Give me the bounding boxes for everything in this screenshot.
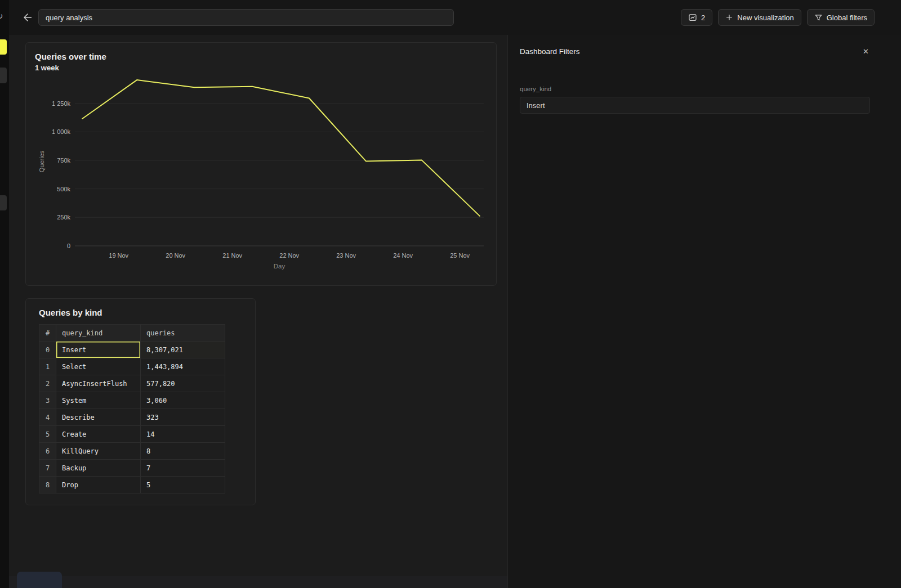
refresh-icon[interactable]: ↻ — [0, 11, 3, 21]
table-row: 8Drop5 — [39, 477, 225, 493]
table-row: 7Backup7 — [39, 460, 225, 477]
table-cell[interactable]: Create — [56, 426, 141, 443]
sidebar-item-3[interactable] — [0, 195, 7, 210]
funnel-icon — [814, 14, 823, 22]
y-tick-label: 750k — [57, 157, 70, 164]
row-index: 3 — [39, 392, 56, 409]
chart-frame-icon — [688, 13, 697, 22]
back-button[interactable] — [20, 10, 35, 25]
dashboard-title-input[interactable] — [38, 9, 454, 26]
table-cell[interactable]: KillQuery — [56, 443, 141, 460]
table-cell[interactable]: 577,820 — [141, 375, 225, 392]
bottom-band — [9, 576, 507, 588]
table-row: 2AsyncInsertFlush577,820 — [39, 375, 225, 392]
y-tick-label: 1 250k — [52, 100, 71, 107]
global-filters-label: Global filters — [827, 14, 867, 22]
filters-panel-header: Dashboard Filters ✕ — [520, 47, 870, 56]
table-cell[interactable]: Describe — [56, 409, 141, 426]
row-index: 7 — [39, 460, 56, 477]
dashboard-filters-panel: Dashboard Filters ✕ query_kind — [507, 35, 901, 588]
dashboard-canvas: Queries over time 1 week 0250k500k750k1 … — [9, 35, 507, 588]
sidebar-item-active[interactable] — [0, 39, 7, 55]
bottom-left-widget[interactable] — [17, 572, 62, 588]
table-cell[interactable]: 8,307,021 — [141, 342, 225, 358]
filters-panel-title: Dashboard Filters — [520, 47, 580, 56]
visualization-count-button[interactable]: 2 — [681, 9, 712, 26]
arrow-left-icon — [21, 11, 34, 24]
queries-by-kind-table: #query_kindqueries0Insert8,307,0211Selec… — [39, 324, 225, 493]
table-cell[interactable]: 7 — [141, 460, 225, 477]
table-cell[interactable]: 3,060 — [141, 392, 225, 409]
table-cell[interactable]: 5 — [141, 477, 225, 493]
queries-over-time-card[interactable]: Queries over time 1 week 0250k500k750k1 … — [25, 42, 497, 286]
table-cell[interactable]: AsyncInsertFlush — [56, 375, 141, 392]
table-cell[interactable]: Backup — [56, 460, 141, 477]
x-tick-label: 25 Nov — [450, 252, 470, 259]
plus-icon — [725, 14, 733, 21]
table-row: 5Create14 — [39, 426, 225, 443]
x-tick-label: 19 Nov — [109, 252, 128, 259]
table-row: 1Select1,443,894 — [39, 358, 225, 375]
table-cell[interactable]: Drop — [56, 477, 141, 493]
query-kind-filter-input[interactable] — [520, 97, 870, 114]
column-header-queries[interactable]: queries — [141, 325, 225, 342]
row-index: 0 — [39, 342, 56, 358]
visualization-count: 2 — [701, 14, 705, 22]
global-filters-button[interactable]: Global filters — [807, 9, 875, 26]
x-axis-title: Day — [274, 263, 286, 270]
table-row: 3System3,060 — [39, 392, 225, 409]
table-cell[interactable]: System — [56, 392, 141, 409]
chart-title: Queries over time — [35, 52, 487, 61]
x-tick-label: 23 Nov — [336, 252, 356, 259]
table-cell[interactable]: Insert — [56, 342, 141, 358]
topbar-actions: 2 New visualization Global filters — [681, 9, 875, 26]
queries-by-kind-card[interactable]: Queries by kind #query_kindqueries0Inser… — [25, 298, 256, 505]
row-index: 5 — [39, 426, 56, 443]
y-tick-label: 500k — [57, 186, 70, 192]
y-tick-label: 1 000k — [52, 128, 71, 135]
row-index: 6 — [39, 443, 56, 460]
table-row: 4Describe323 — [39, 409, 225, 426]
x-tick-label: 20 Nov — [166, 252, 185, 259]
y-axis-title: Queries — [38, 150, 45, 172]
topbar: 2 New visualization Global filters — [9, 0, 901, 35]
table-cell[interactable]: 323 — [141, 409, 225, 426]
chart-subtitle: 1 week — [35, 64, 487, 72]
app-root: ↻ 2 New visualization — [0, 0, 901, 588]
x-tick-label: 22 Nov — [279, 252, 299, 259]
sidebar: ↻ — [0, 0, 9, 588]
series-line — [82, 80, 480, 216]
table-cell[interactable]: 14 — [141, 426, 225, 443]
row-index: 8 — [39, 477, 56, 493]
row-index: 2 — [39, 375, 56, 392]
filter-field-label: query_kind — [520, 86, 870, 92]
x-tick-label: 21 Nov — [222, 252, 242, 259]
line-chart-svg: 0250k500k750k1 000k1 250k19 Nov20 Nov21 … — [35, 77, 497, 272]
column-header-index[interactable]: # — [39, 325, 56, 342]
table-cell[interactable]: 1,443,894 — [141, 358, 225, 375]
column-header-query_kind[interactable]: query_kind — [56, 325, 141, 342]
close-filters-button[interactable]: ✕ — [862, 47, 870, 56]
table-cell[interactable]: 8 — [141, 443, 225, 460]
table-title: Queries by kind — [39, 308, 246, 317]
x-tick-label: 24 Nov — [393, 252, 413, 259]
close-icon: ✕ — [863, 47, 869, 56]
row-index: 4 — [39, 409, 56, 426]
y-tick-label: 0 — [67, 243, 70, 249]
y-tick-label: 250k — [57, 214, 70, 221]
new-visualization-label: New visualization — [737, 14, 793, 22]
new-visualization-button[interactable]: New visualization — [718, 9, 801, 26]
table-row: 6KillQuery8 — [39, 443, 225, 460]
sidebar-item-2[interactable] — [0, 68, 7, 83]
table-row: 0Insert8,307,021 — [39, 342, 225, 358]
table-cell[interactable]: Select — [56, 358, 141, 375]
row-index: 1 — [39, 358, 56, 375]
